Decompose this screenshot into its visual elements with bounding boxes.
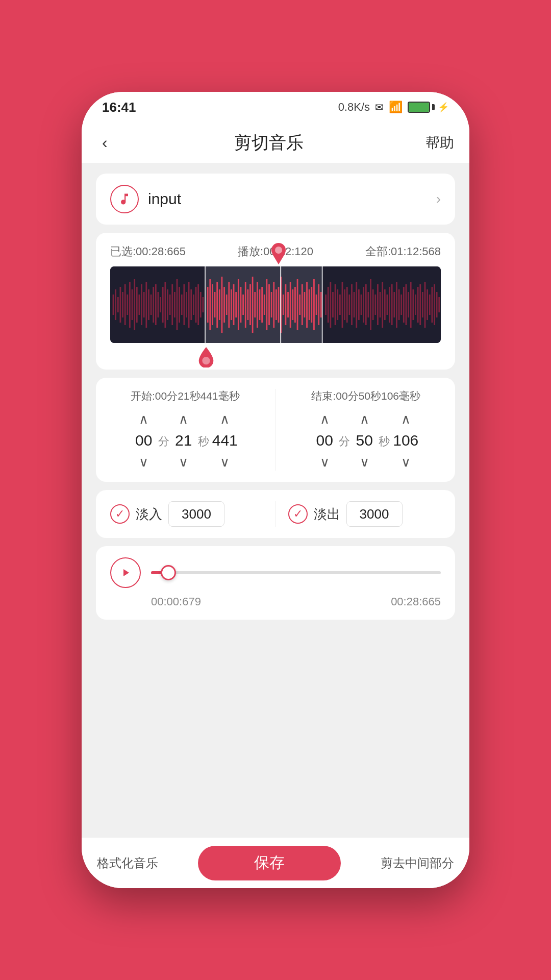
end-ms-down[interactable]: ∨ xyxy=(395,453,417,471)
svg-rect-141 xyxy=(205,266,206,343)
help-button[interactable]: 帮助 xyxy=(425,133,454,153)
fade-out-group: ✓ 淡出 xyxy=(288,501,441,527)
svg-rect-16 xyxy=(143,292,145,317)
playback-times: 00:00:679 00:28:665 xyxy=(110,595,441,608)
svg-rect-53 xyxy=(231,289,232,320)
svg-rect-90 xyxy=(318,284,319,325)
svg-rect-122 xyxy=(396,282,397,328)
svg-rect-70 xyxy=(271,292,272,317)
playback-slider[interactable] xyxy=(151,571,441,574)
end-seconds-spinner[interactable]: ∧ 50 ∨ xyxy=(353,410,375,471)
svg-rect-115 xyxy=(380,292,381,317)
top-nav: ‹ 剪切音乐 帮助 xyxy=(82,122,469,163)
svg-rect-140 xyxy=(438,297,440,312)
svg-rect-47 xyxy=(216,282,218,328)
end-sec-value: 50 xyxy=(353,432,375,449)
playhead-bottom xyxy=(197,347,215,368)
start-sec-down[interactable]: ∨ xyxy=(172,453,194,471)
svg-rect-62 xyxy=(252,277,254,333)
fade-in-checkbox[interactable]: ✓ xyxy=(110,504,130,524)
save-button[interactable]: 保存 xyxy=(198,846,341,880)
current-time: 00:00:679 xyxy=(151,595,201,608)
file-row[interactable]: input › xyxy=(110,185,441,213)
svg-rect-46 xyxy=(214,292,216,317)
svg-rect-97 xyxy=(337,289,338,320)
svg-rect-137 xyxy=(431,287,433,323)
start-seconds-spinner[interactable]: ∧ 21 ∨ xyxy=(172,410,195,471)
start-time-label: 开始:00分21秒441毫秒 xyxy=(110,389,260,403)
svg-rect-135 xyxy=(427,289,428,320)
network-speed: 0.8K/s xyxy=(338,101,370,114)
waveform-card: 已选:00:28:665 播放:00:22:120 全部:01:12:568 xyxy=(96,233,455,370)
svg-rect-39 xyxy=(197,284,199,325)
end-min-value: 00 xyxy=(313,432,336,449)
trim-middle-button[interactable]: 剪去中间部分 xyxy=(381,855,454,871)
waveform-container[interactable] xyxy=(110,266,441,358)
svg-rect-4 xyxy=(115,289,116,320)
selected-time: 已选:00:28:665 xyxy=(110,244,186,259)
svg-rect-139 xyxy=(436,292,438,317)
fade-in-group: ✓ 淡入 xyxy=(110,501,263,527)
waveform-visual xyxy=(110,266,441,343)
start-minutes-spinner[interactable]: ∧ 00 ∨ xyxy=(133,410,155,471)
start-min-up[interactable]: ∧ xyxy=(133,410,155,428)
svg-rect-15 xyxy=(141,284,142,325)
end-ms-spinner[interactable]: ∧ 106 ∨ xyxy=(393,410,418,471)
end-sec-unit: 秒 xyxy=(379,432,390,449)
play-button[interactable] xyxy=(110,557,141,588)
svg-rect-102 xyxy=(348,295,350,315)
back-button[interactable]: ‹ xyxy=(97,128,113,157)
file-arrow-icon: › xyxy=(436,191,441,207)
fade-out-label: 淡出 xyxy=(314,505,340,523)
svg-rect-56 xyxy=(238,279,239,330)
svg-rect-49 xyxy=(221,277,223,333)
svg-rect-13 xyxy=(136,287,138,323)
svg-rect-124 xyxy=(400,295,402,315)
fade-out-checkbox[interactable]: ✓ xyxy=(288,504,308,524)
svg-rect-35 xyxy=(188,282,190,328)
total-time: 全部:01:12:568 xyxy=(365,244,441,259)
format-music-button[interactable]: 格式化音乐 xyxy=(97,855,158,871)
fade-in-input[interactable] xyxy=(168,501,224,527)
end-minutes-spinner[interactable]: ∧ 00 ∨ xyxy=(313,410,336,471)
svg-rect-129 xyxy=(412,289,414,320)
svg-rect-20 xyxy=(153,287,154,323)
end-ms-up[interactable]: ∧ xyxy=(395,410,417,428)
svg-rect-60 xyxy=(247,289,248,320)
end-min-down[interactable]: ∨ xyxy=(314,453,336,471)
fade-card: ✓ 淡入 ✓ 淡出 xyxy=(96,490,455,538)
svg-rect-136 xyxy=(429,295,431,315)
svg-rect-103 xyxy=(351,284,353,325)
start-ms-spinner[interactable]: ∧ 441 ∨ xyxy=(212,410,238,471)
slider-track xyxy=(151,571,441,574)
svg-rect-48 xyxy=(219,289,220,320)
end-sec-down[interactable]: ∨ xyxy=(354,453,375,471)
start-min-unit: 分 xyxy=(158,432,169,449)
svg-rect-128 xyxy=(410,282,412,328)
svg-rect-7 xyxy=(122,292,123,317)
svg-rect-69 xyxy=(268,284,270,325)
svg-rect-92 xyxy=(325,295,327,315)
start-min-down[interactable]: ∨ xyxy=(133,453,155,471)
svg-rect-66 xyxy=(261,287,263,323)
svg-rect-123 xyxy=(398,289,400,320)
start-min-value: 00 xyxy=(133,432,155,449)
start-ms-down[interactable]: ∨ xyxy=(214,453,236,471)
fade-out-input[interactable] xyxy=(346,501,403,527)
svg-rect-118 xyxy=(387,295,388,315)
svg-rect-72 xyxy=(276,289,277,320)
slider-thumb[interactable] xyxy=(161,565,176,580)
start-sec-up[interactable]: ∧ xyxy=(172,410,194,428)
end-sec-up[interactable]: ∧ xyxy=(354,410,375,428)
svg-rect-120 xyxy=(391,284,393,325)
svg-rect-10 xyxy=(129,282,131,328)
status-time: 16:41 xyxy=(102,100,136,115)
end-min-up[interactable]: ∧ xyxy=(314,410,336,428)
svg-rect-38 xyxy=(195,287,197,323)
start-ms-up[interactable]: ∧ xyxy=(214,410,236,428)
svg-rect-105 xyxy=(356,282,357,328)
svg-rect-116 xyxy=(382,282,383,328)
start-time-group: 开始:00分21秒441毫秒 ∧ 00 ∨ 分 ∧ 21 ∨ xyxy=(110,389,260,471)
svg-rect-95 xyxy=(332,292,334,317)
svg-rect-67 xyxy=(264,295,265,315)
